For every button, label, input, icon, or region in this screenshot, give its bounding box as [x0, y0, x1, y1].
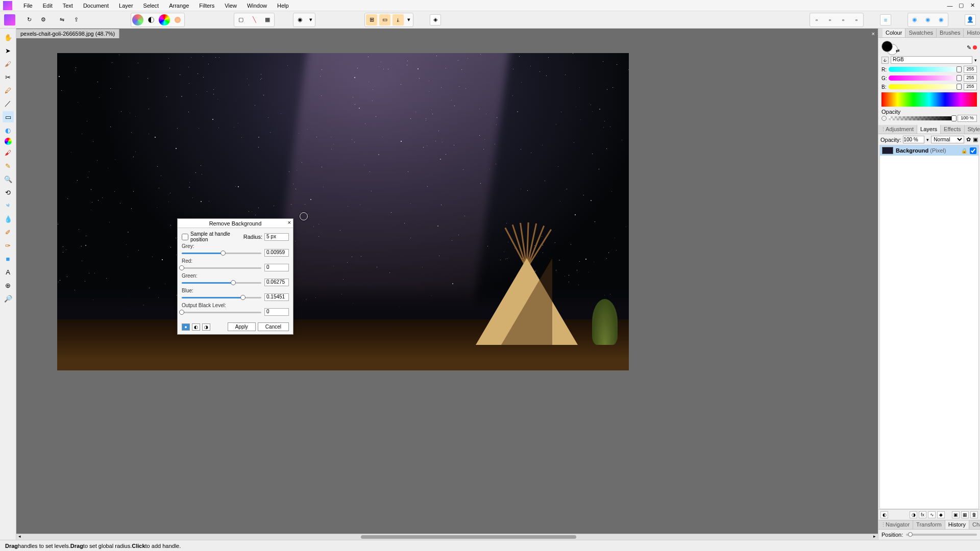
preset-1-button[interactable]: ●: [182, 323, 190, 331]
quick-mask-icon[interactable]: ▦: [262, 14, 273, 26]
foreground-color[interactable]: [881, 41, 893, 52]
snap-magnet-icon[interactable]: ⫰: [393, 14, 404, 26]
slider-value-3[interactable]: 0.15451: [264, 293, 289, 301]
red-slider[interactable]: [889, 67, 962, 72]
blue-slider[interactable]: [889, 84, 962, 89]
eyedropper-icon[interactable]: ✎: [967, 44, 971, 51]
snap-grid-icon[interactable]: ▭: [379, 14, 390, 26]
align-icon[interactable]: ≡: [880, 14, 891, 26]
layer-opacity-input[interactable]: [903, 136, 924, 143]
hue-picker[interactable]: [881, 92, 977, 107]
crop-tool[interactable]: ✂: [3, 71, 14, 83]
tab-styles[interactable]: Styles: [965, 125, 981, 134]
layer-settings-icon[interactable]: ✿: [966, 136, 971, 143]
snap-pixel-icon[interactable]: ⊞: [366, 14, 377, 26]
gradient-tool[interactable]: [5, 138, 12, 145]
menu-document[interactable]: Document: [78, 1, 114, 10]
scrollbar-thumb[interactable]: [361, 535, 576, 539]
menu-file[interactable]: File: [18, 1, 38, 10]
opacity-slider[interactable]: [889, 116, 955, 120]
green-value[interactable]: 255: [964, 74, 977, 82]
tab-effects[interactable]: Effects: [941, 125, 964, 134]
preset-2-button[interactable]: ◐: [192, 323, 200, 331]
arrange-front-icon[interactable]: ▫: [851, 14, 862, 26]
slider-3[interactable]: [182, 294, 261, 301]
globe1-icon[interactable]: ◉: [909, 14, 920, 26]
layer-list[interactable]: Background (Pixel) 🔒: [879, 145, 979, 509]
smudge-tool[interactable]: ༄: [3, 200, 14, 211]
apply-button[interactable]: Apply: [228, 322, 256, 331]
fill-tool[interactable]: ✎: [3, 160, 14, 171]
globe2-icon[interactable]: ◉: [922, 14, 934, 26]
zoom-tool[interactable]: 🔎: [3, 293, 14, 304]
layer-visible-icon[interactable]: ▣: [973, 136, 978, 143]
arrange-back-icon[interactable]: ▫: [811, 14, 822, 26]
minimize-button[interactable]: —: [946, 2, 953, 9]
opacity-value[interactable]: 100 %: [958, 115, 977, 122]
slider-2[interactable]: [182, 279, 261, 286]
rgb-circle-icon[interactable]: [159, 14, 170, 26]
slider-value-0[interactable]: 0.00959: [264, 249, 289, 257]
slider-4[interactable]: [182, 309, 261, 316]
eyedropper-tool[interactable]: ✐: [3, 227, 14, 238]
horizontal-scrollbar[interactable]: ◂ ▸: [16, 534, 878, 540]
menu-edit[interactable]: Edit: [38, 1, 58, 10]
menu-help[interactable]: Help: [272, 1, 294, 10]
menu-text[interactable]: Text: [58, 1, 78, 10]
maximize-button[interactable]: ▢: [958, 2, 965, 9]
adjust-icon[interactable]: ◑: [910, 511, 917, 518]
history-slider[interactable]: [906, 534, 977, 536]
shield-icon[interactable]: ◈: [430, 14, 441, 26]
canvas-area[interactable]: Remove Background × Sample at handle pos…: [16, 39, 878, 534]
slider-0[interactable]: [182, 249, 261, 257]
tag-icon[interactable]: ◆: [937, 511, 945, 518]
document-tab[interactable]: pexels-chait-goli-2666598.jpg (48.7%): [16, 29, 119, 38]
app-icon[interactable]: [4, 14, 15, 26]
menu-filters[interactable]: Filters: [194, 1, 219, 10]
tab-swatches[interactable]: Swatches: [905, 29, 937, 37]
account-icon[interactable]: 👤: [965, 14, 976, 26]
close-button[interactable]: ✕: [969, 2, 976, 9]
mesh-tool[interactable]: ⊕: [3, 280, 14, 291]
tab-colour[interactable]: Colour: [883, 29, 905, 37]
mask-icon[interactable]: ◐: [880, 511, 888, 518]
layer-item[interactable]: Background (Pixel) 🔒: [880, 145, 978, 156]
preset-3-button[interactable]: ◑: [202, 323, 210, 331]
menu-layer[interactable]: Layer: [114, 1, 138, 10]
tab-transform[interactable]: Transform: [913, 520, 945, 529]
share-icon[interactable]: ⇪: [70, 14, 82, 26]
marquee-icon[interactable]: ▢: [235, 14, 247, 26]
half-circle-icon[interactable]: [145, 14, 157, 26]
tab-histogram[interactable]: Histogram: [964, 29, 980, 37]
marquee-tool[interactable]: ▭: [3, 111, 14, 122]
color-mode-select[interactable]: RGB: [891, 56, 972, 64]
recent-color-dot[interactable]: [973, 45, 977, 49]
tab-brushes[interactable]: Brushes: [937, 29, 964, 37]
tab-channels[interactable]: Channels: [969, 520, 980, 529]
red-value[interactable]: 255: [964, 66, 977, 73]
cancel-button[interactable]: Cancel: [258, 322, 289, 331]
dialog-titlebar[interactable]: Remove Background ×: [178, 219, 293, 228]
radius-input[interactable]: 5 px: [264, 233, 289, 241]
color-wheel-icon[interactable]: [132, 14, 143, 26]
add-layer-icon[interactable]: ▦: [961, 511, 969, 518]
swap-colors-icon[interactable]: ⇄: [896, 48, 900, 53]
snap-dropdown-icon[interactable]: ▾: [406, 14, 412, 26]
layer-visibility-checkbox[interactable]: [970, 147, 976, 154]
delete-layer-icon[interactable]: 🗑: [970, 511, 978, 518]
move-tool[interactable]: ➤: [3, 45, 14, 56]
menu-window[interactable]: Window: [242, 1, 272, 10]
arrange-forward-icon[interactable]: ▫: [838, 14, 849, 26]
green-slider[interactable]: [889, 76, 962, 81]
blur-tool[interactable]: 💧: [3, 213, 14, 224]
clone-tool[interactable]: ⟲: [3, 187, 14, 198]
reload-icon[interactable]: ↻: [23, 14, 35, 26]
no-selection-icon[interactable]: ╲: [249, 14, 260, 26]
dialog-close-button[interactable]: ×: [288, 219, 291, 226]
dropdown-icon[interactable]: ▾: [308, 14, 314, 26]
fx-icon[interactable]: fx: [919, 511, 926, 518]
soft-circle-icon[interactable]: [172, 14, 183, 26]
menu-view[interactable]: View: [219, 1, 242, 10]
tab-adjustment[interactable]: Adjustment: [883, 125, 917, 134]
sample-checkbox[interactable]: [182, 234, 188, 240]
